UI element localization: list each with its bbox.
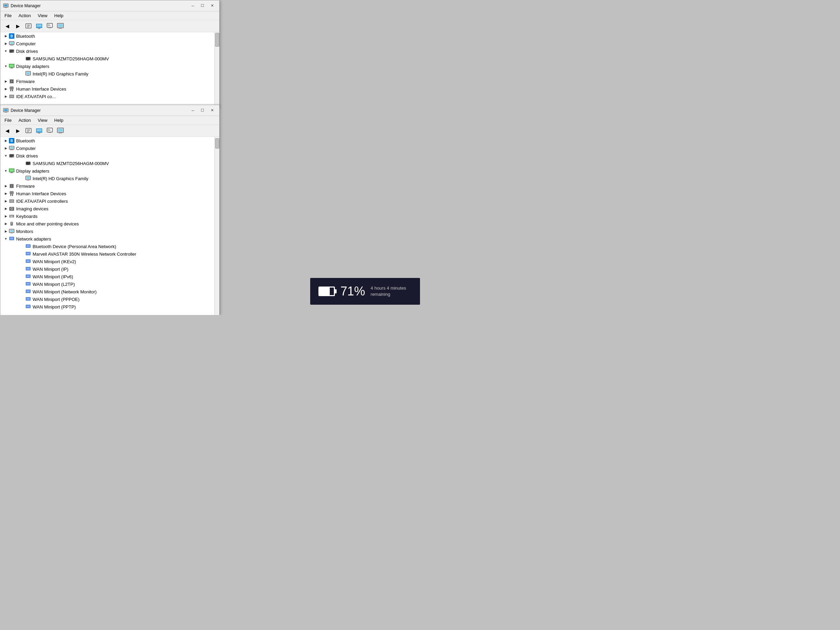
network-label-2: Network adapters — [16, 237, 51, 242]
expand-network-2[interactable]: ▼ — [3, 236, 9, 242]
tree-item-intel-1[interactable]: ▶ Intel(R) HD Graphics Family — [0, 70, 219, 77]
back-btn-1[interactable]: ◀ — [2, 22, 12, 30]
tree-item-ide-2[interactable]: ▶ IDE ATA/ATAPI controllers — [0, 197, 219, 205]
forward-btn-1[interactable]: ▶ — [13, 22, 23, 30]
wan-l2tp-icon — [25, 281, 31, 287]
menu-action-1[interactable]: Action — [16, 12, 34, 19]
tree-item-wan-l2tp[interactable]: ▶ WAN Miniport (L2TP) — [0, 280, 219, 288]
expand-mice-2[interactable]: ▶ — [3, 221, 9, 226]
expand-hid-1[interactable]: ▶ — [3, 86, 9, 92]
update-btn-1[interactable] — [34, 22, 44, 30]
tree-item-wan-pppoe[interactable]: ▶ WAN Miniport (PPPOE) — [0, 295, 219, 303]
minimize-btn-2[interactable]: ─ — [188, 107, 197, 114]
tree-item-samsung-2[interactable]: ▶ SAMSUNG MZMTD256HAGM-000MV — [0, 159, 219, 167]
expand-display-2[interactable]: ▼ — [3, 168, 9, 174]
tree-2: ▶ B Bluetooth ▶ Computer ▼ Disk drives ▶ — [0, 137, 219, 315]
expand-bluetooth-1[interactable]: ▶ — [3, 33, 9, 39]
wan-pppoe-label: WAN Miniport (PPPOE) — [33, 297, 80, 302]
tree-item-hid-1[interactable]: ▶ Human Interface Devices — [0, 85, 219, 93]
titlebar-1: Device Manager ─ ☐ ✕ — [0, 0, 219, 11]
scrollbar-2[interactable] — [215, 137, 219, 315]
battery-remaining-label: remaining — [371, 291, 406, 297]
tree-item-display-1[interactable]: ▼ Display adapters — [0, 62, 219, 70]
menu-file-2[interactable]: File — [2, 117, 14, 124]
close-btn-1[interactable]: ✕ — [208, 2, 216, 9]
wan-pptp-icon — [25, 304, 31, 310]
diskdrives-label-2: Disk drives — [16, 153, 38, 158]
tree-item-wan-ipv6[interactable]: ▶ WAN Miniport (IPv6) — [0, 273, 219, 280]
expand-keyboards-2[interactable]: ▶ — [3, 213, 9, 219]
properties-btn-2[interactable] — [24, 126, 33, 135]
firmware-label-2: Firmware — [16, 183, 35, 189]
expand-computer-1[interactable]: ▶ — [3, 41, 9, 46]
maximize-btn-1[interactable]: ☐ — [198, 2, 207, 9]
computer-label-2: Computer — [16, 146, 36, 151]
expand-firmware-1[interactable]: ▶ — [3, 79, 9, 84]
tree-item-marvell-2[interactable]: ▶ Marvell AVASTAR 350N Wireless Network … — [0, 250, 219, 258]
tree-item-mice-2[interactable]: ▶ Mice and other pointing devices — [0, 220, 219, 227]
svg-rect-85 — [9, 191, 14, 194]
tree-item-intel-2[interactable]: ▶ Intel(R) HD Graphics Family — [0, 175, 219, 182]
expand-bluetooth-2[interactable]: ▶ — [3, 138, 9, 144]
tree-item-wan-ikev2[interactable]: ▶ WAN Miniport (IKEv2) — [0, 258, 219, 265]
scrollbar-1[interactable] — [215, 32, 219, 107]
expand-imaging-2[interactable]: ▶ — [3, 206, 9, 212]
display-btn-2[interactable] — [55, 126, 65, 135]
tree-item-ide-1[interactable]: ▶ IDE ATA/ATAPI co... — [0, 93, 219, 100]
mice-icon-2 — [9, 221, 15, 227]
expand-diskdrives-1[interactable]: ▼ — [3, 48, 9, 54]
forward-btn-2[interactable]: ▶ — [13, 126, 23, 135]
tree-item-computer-1[interactable]: ▶ Computer — [0, 40, 219, 47]
tree-item-diskdrives-1[interactable]: ▼ Disk drives — [0, 47, 219, 55]
tree-item-keyboards-2[interactable]: ▶ Keyboards — [0, 212, 219, 220]
tree-item-network-2[interactable]: ▼ Network adapters — [0, 235, 219, 243]
close-btn-2[interactable]: ✕ — [208, 107, 216, 114]
bluetooth-label-1: Bluetooth — [16, 34, 35, 39]
tree-item-diskdrives-2[interactable]: ▼ Disk drives — [0, 152, 219, 159]
tree-item-wan-pptp[interactable]: ▶ WAN Miniport (PPTP) — [0, 303, 219, 311]
back-btn-2[interactable]: ◀ — [2, 126, 12, 135]
tree-item-firmware-1[interactable]: ▶ Firmware — [0, 77, 219, 85]
expand-firmware-2[interactable]: ▶ — [3, 183, 9, 189]
minimize-btn-1[interactable]: ─ — [188, 2, 197, 9]
tree-item-bluetooth-1[interactable]: ▶ B Bluetooth — [0, 32, 219, 40]
tree-item-bluetooth-2[interactable]: ▶ B Bluetooth — [0, 137, 219, 144]
expand-computer-2[interactable]: ▶ — [3, 145, 9, 151]
scan-btn-2[interactable] — [45, 126, 55, 135]
menu-action-2[interactable]: Action — [16, 117, 34, 124]
expand-ide-1[interactable]: ▶ — [3, 94, 9, 99]
battery-icon — [319, 287, 335, 296]
window-title-1: Device Manager — [11, 3, 41, 8]
samsung-label-2: SAMSUNG MZMTD256HAGM-000MV — [33, 161, 109, 166]
display-btn-1[interactable] — [55, 22, 65, 30]
tree-item-computer-2[interactable]: ▶ Computer — [0, 144, 219, 152]
tree-item-hid-2[interactable]: ▶ Human Interface Devices — [0, 190, 219, 197]
tree-item-imaging-2[interactable]: ▶ Imaging devices — [0, 205, 219, 212]
wan-ikev2-label: WAN Miniport (IKEv2) — [33, 259, 76, 264]
tree-item-display-2[interactable]: ▼ Display adapters — [0, 167, 219, 175]
maximize-btn-2[interactable]: ☐ — [198, 107, 207, 114]
svg-rect-81 — [27, 180, 29, 180]
samsung-label-1: SAMSUNG MZMTD256HAGM-000MV — [33, 56, 109, 62]
menu-view-1[interactable]: View — [35, 12, 50, 19]
expand-ide-2[interactable]: ▶ — [3, 198, 9, 204]
properties-btn-1[interactable] — [24, 22, 33, 30]
btdevice-icon-2 — [25, 243, 31, 249]
tree-item-btdevice-2[interactable]: ▶ Bluetooth Device (Personal Area Networ… — [0, 243, 219, 250]
update-btn-2[interactable] — [34, 126, 44, 135]
menu-help-2[interactable]: Help — [52, 117, 66, 124]
tree-item-wan-netmon[interactable]: ▶ WAN Miniport (Network Monitor) — [0, 288, 219, 295]
expand-hid-2[interactable]: ▶ — [3, 191, 9, 196]
tree-item-firmware-2[interactable]: ▶ Firmware — [0, 182, 219, 190]
tree-item-wan-ip[interactable]: ▶ WAN Miniport (IP) — [0, 265, 219, 273]
tree-item-samsung-1[interactable]: ▶ SAMSUNG MZMTD256HAGM-000MV — [0, 55, 219, 62]
expand-monitors-2[interactable]: ▶ — [3, 229, 9, 234]
expand-diskdrives-2[interactable]: ▼ — [3, 153, 9, 158]
wan-pppoe-icon — [25, 296, 31, 302]
menu-help-1[interactable]: Help — [52, 12, 66, 19]
menu-view-2[interactable]: View — [35, 117, 50, 124]
expand-display-1[interactable]: ▼ — [3, 63, 9, 69]
menu-file-1[interactable]: File — [2, 12, 14, 19]
scan-btn-1[interactable] — [45, 22, 55, 30]
tree-item-monitors-2[interactable]: ▶ Monitors — [0, 227, 219, 235]
